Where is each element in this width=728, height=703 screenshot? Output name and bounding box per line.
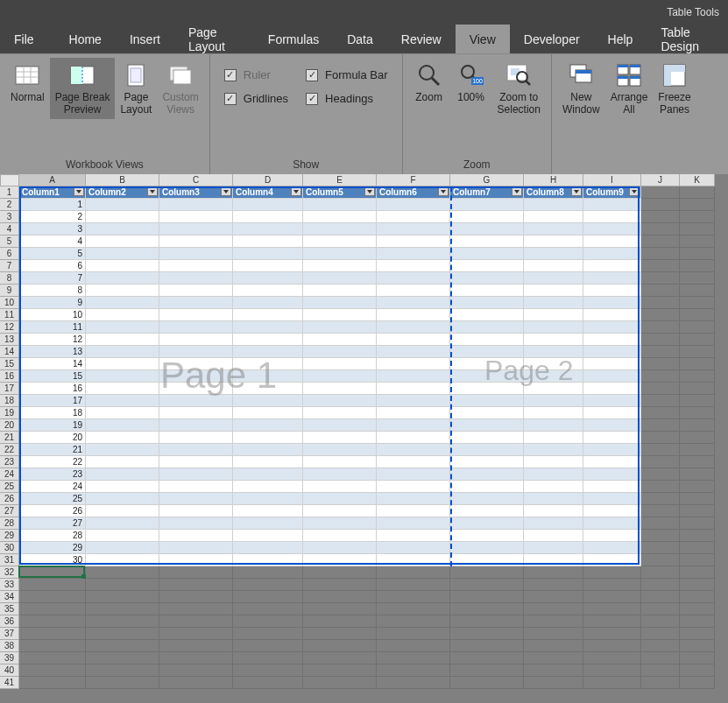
cell[interactable] <box>159 321 233 334</box>
cell[interactable] <box>377 468 450 481</box>
cell[interactable] <box>303 456 377 468</box>
cell[interactable] <box>583 554 641 566</box>
cell[interactable] <box>159 285 233 297</box>
cell[interactable] <box>524 579 583 591</box>
cell[interactable] <box>303 272 377 285</box>
cell[interactable] <box>641 444 680 456</box>
cell[interactable] <box>377 370 450 383</box>
cell[interactable] <box>303 615 377 628</box>
cell[interactable] <box>680 652 715 664</box>
cell[interactable] <box>641 456 680 468</box>
row-header[interactable]: 6 <box>0 248 19 260</box>
row-header[interactable]: 10 <box>0 297 19 309</box>
cell[interactable] <box>233 677 303 689</box>
cell[interactable] <box>377 579 450 591</box>
cell[interactable] <box>159 383 233 395</box>
cell[interactable] <box>450 664 524 677</box>
menu-tab-insert[interactable]: Insert <box>116 25 174 53</box>
cell[interactable] <box>86 481 159 493</box>
cell[interactable] <box>524 346 583 358</box>
cell[interactable] <box>303 236 377 248</box>
cell[interactable] <box>303 407 377 419</box>
row-header[interactable]: 11 <box>0 309 19 321</box>
cell[interactable] <box>524 223 583 236</box>
cell[interactable] <box>641 334 680 346</box>
cell[interactable] <box>583 628 641 640</box>
filter-dropdown-icon[interactable] <box>291 187 301 196</box>
cell[interactable] <box>680 395 715 407</box>
cell[interactable] <box>159 517 233 530</box>
cell[interactable] <box>159 297 233 309</box>
cell[interactable]: 6 <box>19 260 86 272</box>
cell[interactable] <box>159 346 233 358</box>
cell[interactable] <box>159 236 233 248</box>
cell[interactable] <box>450 554 524 566</box>
cell[interactable] <box>583 285 641 297</box>
cell[interactable] <box>377 432 450 444</box>
cell[interactable] <box>680 628 715 640</box>
cell[interactable] <box>583 493 641 505</box>
row-header[interactable]: 25 <box>0 481 19 493</box>
cell[interactable] <box>233 652 303 664</box>
page-layout-button[interactable]: Page Layout <box>115 58 157 119</box>
cell[interactable]: 22 <box>19 456 86 468</box>
cell[interactable] <box>450 530 524 542</box>
cell[interactable] <box>583 260 641 272</box>
cell[interactable]: 24 <box>19 481 86 493</box>
cell[interactable] <box>680 481 715 493</box>
cell[interactable] <box>450 591 524 603</box>
filter-dropdown-icon[interactable] <box>364 187 375 196</box>
cell[interactable]: Column9 <box>583 186 641 199</box>
cell[interactable] <box>641 395 680 407</box>
cell[interactable] <box>524 358 583 370</box>
cell[interactable] <box>377 530 450 542</box>
cell[interactable] <box>524 664 583 677</box>
cell[interactable] <box>159 456 233 468</box>
row-header[interactable]: 21 <box>0 432 19 444</box>
cell[interactable] <box>377 603 450 615</box>
cell[interactable] <box>680 346 715 358</box>
row-header[interactable]: 3 <box>0 211 19 223</box>
row-header[interactable]: 29 <box>0 530 19 542</box>
cell[interactable] <box>233 211 303 223</box>
cell[interactable] <box>86 628 159 640</box>
filter-dropdown-icon[interactable] <box>512 187 522 196</box>
cell[interactable] <box>377 358 450 370</box>
cell[interactable] <box>641 285 680 297</box>
cell[interactable] <box>583 236 641 248</box>
cell[interactable] <box>680 566 715 579</box>
filter-dropdown-icon[interactable] <box>147 187 158 196</box>
cell[interactable] <box>303 493 377 505</box>
cell[interactable] <box>303 664 377 677</box>
cell[interactable] <box>303 419 377 432</box>
cell[interactable] <box>524 628 583 640</box>
gridlines-checkbox[interactable]: ✓ Gridlines <box>216 87 297 110</box>
cell[interactable] <box>377 652 450 664</box>
column-header[interactable]: J <box>641 174 680 186</box>
cell[interactable] <box>450 407 524 419</box>
cell[interactable] <box>303 677 377 689</box>
cell[interactable] <box>303 211 377 223</box>
cell[interactable] <box>233 407 303 419</box>
cell[interactable] <box>86 419 159 432</box>
cell[interactable] <box>159 444 233 456</box>
cell[interactable] <box>233 321 303 334</box>
cell[interactable] <box>583 664 641 677</box>
cell[interactable]: 4 <box>19 236 86 248</box>
cell[interactable] <box>86 211 159 223</box>
cell[interactable] <box>641 248 680 260</box>
cell[interactable] <box>583 370 641 383</box>
cell[interactable] <box>233 297 303 309</box>
cell[interactable]: 11 <box>19 321 86 334</box>
cell[interactable] <box>233 395 303 407</box>
cell[interactable] <box>583 358 641 370</box>
row-header[interactable]: 24 <box>0 468 19 481</box>
cell[interactable] <box>583 505 641 517</box>
cell[interactable] <box>583 615 641 628</box>
cell[interactable] <box>450 603 524 615</box>
cell[interactable] <box>86 236 159 248</box>
cell[interactable] <box>159 419 233 432</box>
cell[interactable] <box>19 579 86 591</box>
cell[interactable] <box>583 407 641 419</box>
cell[interactable] <box>583 334 641 346</box>
